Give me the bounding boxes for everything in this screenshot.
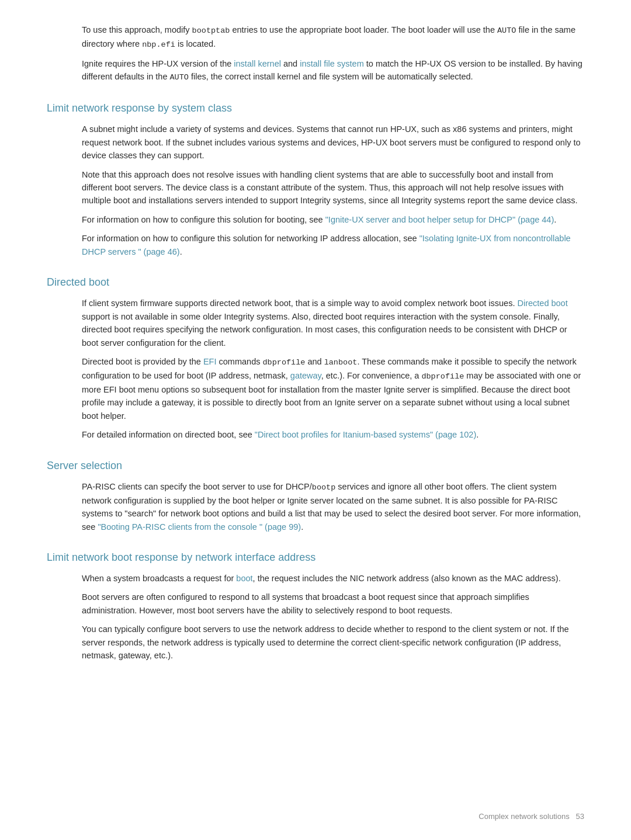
dbprofile-code-1: dbprofile [263, 358, 306, 367]
ss-p1: PA-RISC clients can specify the boot ser… [82, 480, 584, 533]
dbprofile-code-2: dbprofile [421, 372, 464, 381]
directed-boot-heading: Directed boot [47, 275, 584, 291]
auto-code-2: AUTO [169, 73, 188, 82]
lnr-p1: A subnet might include a variety of syst… [82, 123, 584, 162]
server-selection-heading: Server selection [47, 458, 584, 474]
lni-p1: When a system broadcasts a request for b… [82, 572, 584, 585]
page: To use this approach, modify bootptab en… [0, 0, 631, 840]
bootptab-code: bootptab [192, 26, 230, 35]
footer-page-number: 53 [576, 812, 584, 821]
intro-section: To use this approach, modify bootptab en… [82, 23, 584, 84]
lni-p2: Boot servers are often configured to res… [82, 591, 584, 617]
nbp-efi-code: nbp.efi [142, 40, 175, 49]
db-p3: For detailed information on directed boo… [82, 428, 584, 441]
lanboot-code: lanboot [324, 358, 358, 367]
parisc-booting-link[interactable]: "Booting PA-RISC clients from the consol… [98, 522, 301, 532]
footer-text: Complex network solutions [479, 812, 569, 821]
boot-link[interactable]: boot [236, 574, 252, 583]
install-file-system-link[interactable]: install file system [300, 59, 364, 68]
lnr-p2: Note that this approach does not resolve… [82, 168, 584, 207]
install-kernel-link[interactable]: install kernel [234, 59, 281, 68]
db-p1: If client system firmware supports direc… [82, 297, 584, 349]
server-selection-section: PA-RISC clients can specify the boot ser… [82, 480, 584, 533]
dhcp-setup-link[interactable]: "Ignite-UX server and boot helper setup … [325, 215, 554, 224]
direct-boot-profiles-link[interactable]: "Direct boot profiles for Itanium-based … [255, 430, 476, 439]
isolating-link[interactable]: "Isolating Ignite-UX from noncontrollabl… [82, 234, 571, 256]
footer: Complex network solutions 53 [479, 811, 584, 822]
directed-boot-link[interactable]: Directed boot [517, 298, 567, 308]
lnr-p3: For information on how to configure this… [82, 213, 584, 226]
intro-p1: To use this approach, modify bootptab en… [82, 23, 584, 51]
limit-network-interface-section: When a system broadcasts a request for b… [82, 572, 584, 662]
intro-p2: Ignite requires the HP-UX version of the… [82, 57, 584, 84]
efi-link[interactable]: EFI [203, 357, 217, 366]
auto-code-1: AUTO [497, 26, 516, 35]
limit-network-section: A subnet might include a variety of syst… [82, 123, 584, 258]
lnr-p4: For information on how to configure this… [82, 232, 584, 258]
db-p2: Directed boot is provided by the EFI com… [82, 355, 584, 422]
gateway-link[interactable]: gateway [290, 371, 321, 380]
limit-network-heading: Limit network response by system class [47, 100, 584, 117]
bootp-code: bootp [312, 483, 336, 492]
directed-boot-section: If client system firmware supports direc… [82, 297, 584, 442]
limit-network-interface-heading: Limit network boot response by network i… [47, 550, 584, 566]
lni-p3: You can typically configure boot servers… [82, 623, 584, 662]
